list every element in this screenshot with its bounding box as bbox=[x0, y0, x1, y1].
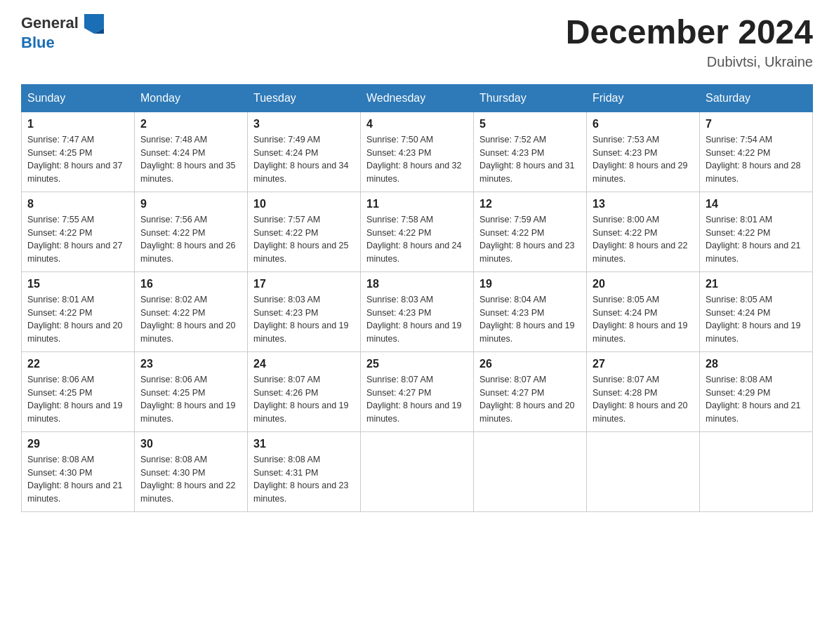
day-number: 12 bbox=[479, 198, 581, 210]
calendar-cell: 18Sunrise: 8:03 AMSunset: 4:23 PMDayligh… bbox=[361, 271, 474, 351]
day-number: 15 bbox=[27, 278, 128, 290]
calendar-cell: 25Sunrise: 8:07 AMSunset: 4:27 PMDayligh… bbox=[361, 351, 474, 431]
calendar-table: SundayMondayTuesdayWednesdayThursdayFrid… bbox=[21, 84, 813, 512]
day-info: Sunrise: 7:56 AMSunset: 4:22 PMDaylight:… bbox=[140, 213, 241, 266]
calendar-cell: 26Sunrise: 8:07 AMSunset: 4:27 PMDayligh… bbox=[474, 351, 587, 431]
calendar-cell: 16Sunrise: 8:02 AMSunset: 4:22 PMDayligh… bbox=[135, 271, 248, 351]
col-header-thursday: Thursday bbox=[474, 84, 587, 112]
calendar-cell bbox=[361, 431, 474, 511]
calendar-cell: 21Sunrise: 8:05 AMSunset: 4:24 PMDayligh… bbox=[700, 271, 813, 351]
calendar-week-row: 22Sunrise: 8:06 AMSunset: 4:25 PMDayligh… bbox=[22, 351, 813, 431]
col-header-sunday: Sunday bbox=[22, 84, 135, 112]
day-number: 23 bbox=[140, 358, 241, 370]
day-info: Sunrise: 8:02 AMSunset: 4:22 PMDaylight:… bbox=[140, 293, 241, 346]
calendar-cell: 8Sunrise: 7:55 AMSunset: 4:22 PMDaylight… bbox=[22, 192, 135, 271]
col-header-friday: Friday bbox=[587, 84, 700, 112]
calendar-cell: 6Sunrise: 7:53 AMSunset: 4:23 PMDaylight… bbox=[587, 112, 700, 192]
logo-text: General bbox=[21, 14, 104, 34]
day-info: Sunrise: 8:08 AMSunset: 4:30 PMDaylight:… bbox=[27, 453, 128, 506]
day-info: Sunrise: 7:50 AMSunset: 4:23 PMDaylight:… bbox=[366, 133, 468, 186]
title-section: December 2024 Dubivtsi, Ukraine bbox=[566, 14, 813, 70]
day-number: 18 bbox=[366, 278, 468, 290]
calendar-cell: 14Sunrise: 8:01 AMSunset: 4:22 PMDayligh… bbox=[700, 192, 813, 271]
day-info: Sunrise: 8:06 AMSunset: 4:25 PMDaylight:… bbox=[27, 373, 128, 426]
col-header-monday: Monday bbox=[135, 84, 248, 112]
calendar-header-row: SundayMondayTuesdayWednesdayThursdayFrid… bbox=[22, 84, 813, 112]
day-number: 5 bbox=[479, 118, 581, 130]
day-info: Sunrise: 8:01 AMSunset: 4:22 PMDaylight:… bbox=[706, 213, 807, 266]
day-info: Sunrise: 7:55 AMSunset: 4:22 PMDaylight:… bbox=[27, 213, 128, 266]
calendar-cell: 29Sunrise: 8:08 AMSunset: 4:30 PMDayligh… bbox=[22, 431, 135, 511]
day-number: 24 bbox=[253, 358, 355, 370]
day-number: 26 bbox=[479, 358, 581, 370]
day-number: 2 bbox=[140, 118, 241, 130]
day-number: 7 bbox=[706, 118, 807, 130]
calendar-cell: 5Sunrise: 7:52 AMSunset: 4:23 PMDaylight… bbox=[474, 112, 587, 192]
day-info: Sunrise: 7:53 AMSunset: 4:23 PMDaylight:… bbox=[593, 133, 694, 186]
day-info: Sunrise: 8:07 AMSunset: 4:27 PMDaylight:… bbox=[479, 373, 581, 426]
day-number: 28 bbox=[706, 358, 807, 370]
calendar-cell bbox=[587, 431, 700, 511]
day-info: Sunrise: 8:03 AMSunset: 4:23 PMDaylight:… bbox=[366, 293, 468, 346]
day-info: Sunrise: 7:49 AMSunset: 4:24 PMDaylight:… bbox=[253, 133, 355, 186]
calendar-cell: 11Sunrise: 7:58 AMSunset: 4:22 PMDayligh… bbox=[361, 192, 474, 271]
day-info: Sunrise: 8:06 AMSunset: 4:25 PMDaylight:… bbox=[140, 373, 241, 426]
calendar-cell: 28Sunrise: 8:08 AMSunset: 4:29 PMDayligh… bbox=[700, 351, 813, 431]
day-number: 1 bbox=[27, 118, 128, 130]
day-info: Sunrise: 8:04 AMSunset: 4:23 PMDaylight:… bbox=[479, 293, 581, 346]
calendar-cell: 22Sunrise: 8:06 AMSunset: 4:25 PMDayligh… bbox=[22, 351, 135, 431]
day-info: Sunrise: 7:48 AMSunset: 4:24 PMDaylight:… bbox=[140, 133, 241, 186]
calendar-cell: 12Sunrise: 7:59 AMSunset: 4:22 PMDayligh… bbox=[474, 192, 587, 271]
col-header-wednesday: Wednesday bbox=[361, 84, 474, 112]
day-info: Sunrise: 8:01 AMSunset: 4:22 PMDaylight:… bbox=[27, 293, 128, 346]
calendar-cell: 17Sunrise: 8:03 AMSunset: 4:23 PMDayligh… bbox=[248, 271, 361, 351]
day-number: 22 bbox=[27, 358, 128, 370]
calendar-cell: 31Sunrise: 8:08 AMSunset: 4:31 PMDayligh… bbox=[248, 431, 361, 511]
day-info: Sunrise: 8:08 AMSunset: 4:31 PMDaylight:… bbox=[253, 453, 355, 506]
calendar-cell: 20Sunrise: 8:05 AMSunset: 4:24 PMDayligh… bbox=[587, 271, 700, 351]
day-info: Sunrise: 7:57 AMSunset: 4:22 PMDaylight:… bbox=[253, 213, 355, 266]
day-number: 27 bbox=[593, 358, 694, 370]
day-number: 31 bbox=[253, 438, 355, 450]
day-number: 19 bbox=[479, 278, 581, 290]
day-number: 29 bbox=[27, 438, 128, 450]
calendar-cell: 9Sunrise: 7:56 AMSunset: 4:22 PMDaylight… bbox=[135, 192, 248, 271]
calendar-cell: 7Sunrise: 7:54 AMSunset: 4:22 PMDaylight… bbox=[700, 112, 813, 192]
day-info: Sunrise: 7:59 AMSunset: 4:22 PMDaylight:… bbox=[479, 213, 581, 266]
day-number: 14 bbox=[706, 198, 807, 210]
calendar-cell: 27Sunrise: 8:07 AMSunset: 4:28 PMDayligh… bbox=[587, 351, 700, 431]
calendar-week-row: 8Sunrise: 7:55 AMSunset: 4:22 PMDaylight… bbox=[22, 192, 813, 271]
calendar-cell: 4Sunrise: 7:50 AMSunset: 4:23 PMDaylight… bbox=[361, 112, 474, 192]
day-number: 4 bbox=[366, 118, 468, 130]
day-info: Sunrise: 8:07 AMSunset: 4:28 PMDaylight:… bbox=[593, 373, 694, 426]
calendar-cell: 24Sunrise: 8:07 AMSunset: 4:26 PMDayligh… bbox=[248, 351, 361, 431]
day-number: 6 bbox=[593, 118, 694, 130]
page-header: General Blue December 2024 Dubivtsi, Ukr… bbox=[21, 14, 813, 70]
calendar-cell: 2Sunrise: 7:48 AMSunset: 4:24 PMDaylight… bbox=[135, 112, 248, 192]
day-info: Sunrise: 8:05 AMSunset: 4:24 PMDaylight:… bbox=[706, 293, 807, 346]
calendar-cell: 19Sunrise: 8:04 AMSunset: 4:23 PMDayligh… bbox=[474, 271, 587, 351]
day-number: 16 bbox=[140, 278, 241, 290]
month-title: December 2024 bbox=[566, 14, 813, 51]
day-info: Sunrise: 8:05 AMSunset: 4:24 PMDaylight:… bbox=[593, 293, 694, 346]
day-info: Sunrise: 8:08 AMSunset: 4:29 PMDaylight:… bbox=[706, 373, 807, 426]
day-number: 17 bbox=[253, 278, 355, 290]
day-number: 20 bbox=[593, 278, 694, 290]
day-number: 13 bbox=[593, 198, 694, 210]
day-info: Sunrise: 7:58 AMSunset: 4:22 PMDaylight:… bbox=[366, 213, 468, 266]
calendar-cell: 15Sunrise: 8:01 AMSunset: 4:22 PMDayligh… bbox=[22, 271, 135, 351]
logo: General Blue bbox=[21, 14, 104, 53]
calendar-cell: 1Sunrise: 7:47 AMSunset: 4:25 PMDaylight… bbox=[22, 112, 135, 192]
calendar-cell bbox=[700, 431, 813, 511]
calendar-cell: 13Sunrise: 8:00 AMSunset: 4:22 PMDayligh… bbox=[587, 192, 700, 271]
calendar-week-row: 29Sunrise: 8:08 AMSunset: 4:30 PMDayligh… bbox=[22, 431, 813, 511]
day-info: Sunrise: 8:07 AMSunset: 4:27 PMDaylight:… bbox=[366, 373, 468, 426]
calendar-cell: 30Sunrise: 8:08 AMSunset: 4:30 PMDayligh… bbox=[135, 431, 248, 511]
day-info: Sunrise: 7:54 AMSunset: 4:22 PMDaylight:… bbox=[706, 133, 807, 186]
calendar-cell bbox=[474, 431, 587, 511]
col-header-tuesday: Tuesday bbox=[248, 84, 361, 112]
calendar-cell: 10Sunrise: 7:57 AMSunset: 4:22 PMDayligh… bbox=[248, 192, 361, 271]
day-info: Sunrise: 7:47 AMSunset: 4:25 PMDaylight:… bbox=[27, 133, 128, 186]
day-number: 8 bbox=[27, 198, 128, 210]
day-info: Sunrise: 8:03 AMSunset: 4:23 PMDaylight:… bbox=[253, 293, 355, 346]
